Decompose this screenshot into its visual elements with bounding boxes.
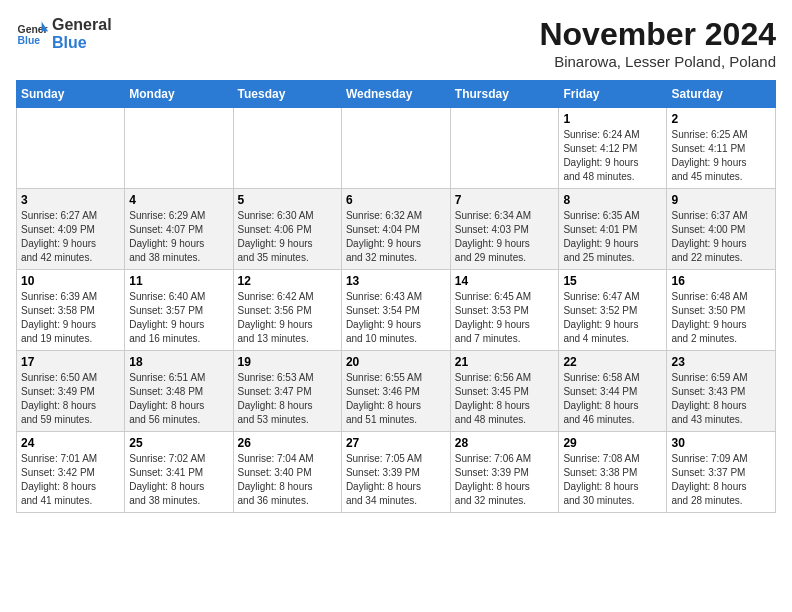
day-info: Sunrise: 7:01 AMSunset: 3:42 PMDaylight:… — [21, 452, 120, 508]
calendar-cell — [341, 108, 450, 189]
calendar-cell: 8Sunrise: 6:35 AMSunset: 4:01 PMDaylight… — [559, 189, 667, 270]
calendar-cell: 2Sunrise: 6:25 AMSunset: 4:11 PMDaylight… — [667, 108, 776, 189]
calendar-cell: 15Sunrise: 6:47 AMSunset: 3:52 PMDayligh… — [559, 270, 667, 351]
day-info: Sunrise: 7:06 AMSunset: 3:39 PMDaylight:… — [455, 452, 555, 508]
weekday-header: Tuesday — [233, 81, 341, 108]
calendar-cell — [233, 108, 341, 189]
month-title: November 2024 — [539, 16, 776, 53]
day-info: Sunrise: 6:24 AMSunset: 4:12 PMDaylight:… — [563, 128, 662, 184]
day-number: 2 — [671, 112, 771, 126]
calendar-week-row: 17Sunrise: 6:50 AMSunset: 3:49 PMDayligh… — [17, 351, 776, 432]
day-number: 14 — [455, 274, 555, 288]
day-info: Sunrise: 6:51 AMSunset: 3:48 PMDaylight:… — [129, 371, 228, 427]
calendar-cell — [125, 108, 233, 189]
day-info: Sunrise: 6:34 AMSunset: 4:03 PMDaylight:… — [455, 209, 555, 265]
logo: General Blue GeneralBlue — [16, 16, 112, 51]
day-number: 17 — [21, 355, 120, 369]
calendar-cell: 29Sunrise: 7:08 AMSunset: 3:38 PMDayligh… — [559, 432, 667, 513]
day-info: Sunrise: 6:42 AMSunset: 3:56 PMDaylight:… — [238, 290, 337, 346]
day-number: 6 — [346, 193, 446, 207]
day-number: 21 — [455, 355, 555, 369]
weekday-header: Saturday — [667, 81, 776, 108]
calendar-cell: 3Sunrise: 6:27 AMSunset: 4:09 PMDaylight… — [17, 189, 125, 270]
day-number: 3 — [21, 193, 120, 207]
day-info: Sunrise: 6:27 AMSunset: 4:09 PMDaylight:… — [21, 209, 120, 265]
calendar-cell: 22Sunrise: 6:58 AMSunset: 3:44 PMDayligh… — [559, 351, 667, 432]
day-info: Sunrise: 6:58 AMSunset: 3:44 PMDaylight:… — [563, 371, 662, 427]
day-info: Sunrise: 6:37 AMSunset: 4:00 PMDaylight:… — [671, 209, 771, 265]
calendar-week-row: 10Sunrise: 6:39 AMSunset: 3:58 PMDayligh… — [17, 270, 776, 351]
calendar-cell: 14Sunrise: 6:45 AMSunset: 3:53 PMDayligh… — [450, 270, 559, 351]
calendar-cell: 5Sunrise: 6:30 AMSunset: 4:06 PMDaylight… — [233, 189, 341, 270]
calendar-cell — [17, 108, 125, 189]
weekday-header: Monday — [125, 81, 233, 108]
calendar-cell: 21Sunrise: 6:56 AMSunset: 3:45 PMDayligh… — [450, 351, 559, 432]
calendar-cell: 1Sunrise: 6:24 AMSunset: 4:12 PMDaylight… — [559, 108, 667, 189]
day-info: Sunrise: 6:29 AMSunset: 4:07 PMDaylight:… — [129, 209, 228, 265]
day-number: 12 — [238, 274, 337, 288]
day-info: Sunrise: 6:45 AMSunset: 3:53 PMDaylight:… — [455, 290, 555, 346]
day-info: Sunrise: 6:47 AMSunset: 3:52 PMDaylight:… — [563, 290, 662, 346]
day-number: 30 — [671, 436, 771, 450]
day-info: Sunrise: 6:59 AMSunset: 3:43 PMDaylight:… — [671, 371, 771, 427]
calendar-cell: 6Sunrise: 6:32 AMSunset: 4:04 PMDaylight… — [341, 189, 450, 270]
day-number: 4 — [129, 193, 228, 207]
calendar-cell: 17Sunrise: 6:50 AMSunset: 3:49 PMDayligh… — [17, 351, 125, 432]
day-number: 24 — [21, 436, 120, 450]
day-number: 9 — [671, 193, 771, 207]
day-info: Sunrise: 6:25 AMSunset: 4:11 PMDaylight:… — [671, 128, 771, 184]
location-title: Binarowa, Lesser Poland, Poland — [539, 53, 776, 70]
calendar-cell: 18Sunrise: 6:51 AMSunset: 3:48 PMDayligh… — [125, 351, 233, 432]
calendar-table: SundayMondayTuesdayWednesdayThursdayFrid… — [16, 80, 776, 513]
day-info: Sunrise: 6:48 AMSunset: 3:50 PMDaylight:… — [671, 290, 771, 346]
day-number: 11 — [129, 274, 228, 288]
calendar-week-row: 1Sunrise: 6:24 AMSunset: 4:12 PMDaylight… — [17, 108, 776, 189]
day-number: 26 — [238, 436, 337, 450]
day-number: 20 — [346, 355, 446, 369]
calendar-week-row: 3Sunrise: 6:27 AMSunset: 4:09 PMDaylight… — [17, 189, 776, 270]
day-info: Sunrise: 7:08 AMSunset: 3:38 PMDaylight:… — [563, 452, 662, 508]
calendar-cell: 28Sunrise: 7:06 AMSunset: 3:39 PMDayligh… — [450, 432, 559, 513]
calendar-cell — [450, 108, 559, 189]
calendar-cell: 19Sunrise: 6:53 AMSunset: 3:47 PMDayligh… — [233, 351, 341, 432]
day-info: Sunrise: 6:30 AMSunset: 4:06 PMDaylight:… — [238, 209, 337, 265]
day-info: Sunrise: 6:50 AMSunset: 3:49 PMDaylight:… — [21, 371, 120, 427]
day-number: 13 — [346, 274, 446, 288]
calendar-cell: 7Sunrise: 6:34 AMSunset: 4:03 PMDaylight… — [450, 189, 559, 270]
calendar-cell: 23Sunrise: 6:59 AMSunset: 3:43 PMDayligh… — [667, 351, 776, 432]
day-number: 19 — [238, 355, 337, 369]
day-number: 15 — [563, 274, 662, 288]
calendar-cell: 25Sunrise: 7:02 AMSunset: 3:41 PMDayligh… — [125, 432, 233, 513]
logo-icon: General Blue — [16, 20, 48, 48]
day-number: 16 — [671, 274, 771, 288]
day-info: Sunrise: 7:09 AMSunset: 3:37 PMDaylight:… — [671, 452, 771, 508]
calendar-cell: 26Sunrise: 7:04 AMSunset: 3:40 PMDayligh… — [233, 432, 341, 513]
title-area: November 2024 Binarowa, Lesser Poland, P… — [539, 16, 776, 70]
calendar-week-row: 24Sunrise: 7:01 AMSunset: 3:42 PMDayligh… — [17, 432, 776, 513]
calendar-cell: 27Sunrise: 7:05 AMSunset: 3:39 PMDayligh… — [341, 432, 450, 513]
svg-text:Blue: Blue — [18, 35, 41, 46]
day-number: 27 — [346, 436, 446, 450]
day-number: 10 — [21, 274, 120, 288]
calendar-cell: 16Sunrise: 6:48 AMSunset: 3:50 PMDayligh… — [667, 270, 776, 351]
day-info: Sunrise: 6:39 AMSunset: 3:58 PMDaylight:… — [21, 290, 120, 346]
calendar-cell: 11Sunrise: 6:40 AMSunset: 3:57 PMDayligh… — [125, 270, 233, 351]
weekday-header: Sunday — [17, 81, 125, 108]
day-number: 1 — [563, 112, 662, 126]
weekday-header: Friday — [559, 81, 667, 108]
day-number: 5 — [238, 193, 337, 207]
logo-text: GeneralBlue — [52, 16, 112, 51]
calendar-cell: 4Sunrise: 6:29 AMSunset: 4:07 PMDaylight… — [125, 189, 233, 270]
header: General Blue GeneralBlue November 2024 B… — [16, 16, 776, 70]
day-number: 25 — [129, 436, 228, 450]
calendar-cell: 30Sunrise: 7:09 AMSunset: 3:37 PMDayligh… — [667, 432, 776, 513]
day-info: Sunrise: 6:55 AMSunset: 3:46 PMDaylight:… — [346, 371, 446, 427]
day-number: 28 — [455, 436, 555, 450]
calendar-cell: 13Sunrise: 6:43 AMSunset: 3:54 PMDayligh… — [341, 270, 450, 351]
day-info: Sunrise: 7:05 AMSunset: 3:39 PMDaylight:… — [346, 452, 446, 508]
day-info: Sunrise: 6:43 AMSunset: 3:54 PMDaylight:… — [346, 290, 446, 346]
calendar-cell: 9Sunrise: 6:37 AMSunset: 4:00 PMDaylight… — [667, 189, 776, 270]
day-number: 23 — [671, 355, 771, 369]
day-info: Sunrise: 6:53 AMSunset: 3:47 PMDaylight:… — [238, 371, 337, 427]
day-number: 18 — [129, 355, 228, 369]
